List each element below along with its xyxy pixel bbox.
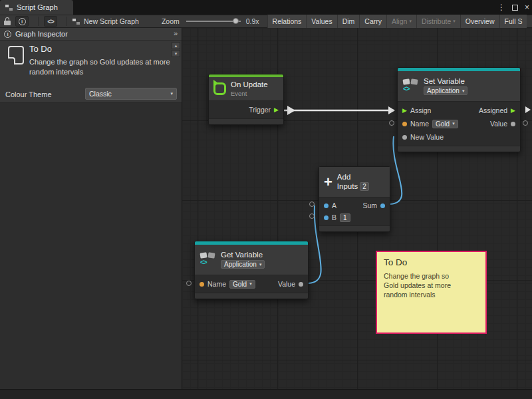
zoom-value: 0.9x — [246, 17, 259, 25]
graph-inspector-header[interactable]: i Graph Inspector » — [0, 28, 182, 41]
node-footer — [209, 118, 283, 124]
toolbar-button-distribute[interactable]: Distribute▾ — [416, 15, 460, 28]
toolbar-button-values[interactable]: Values — [306, 15, 336, 28]
assigned-port-label: Assigned — [479, 106, 507, 114]
dock-icon[interactable]: » — [174, 29, 178, 37]
zoom-slider[interactable] — [186, 17, 241, 26]
name-port-label: Name — [410, 120, 429, 128]
connection-arrowhead-icon — [388, 106, 395, 114]
maximize-icon[interactable] — [512, 5, 518, 11]
node-title: Add — [337, 173, 369, 181]
add-a-outer-port[interactable] — [309, 201, 315, 207]
node-title: On Update — [231, 80, 268, 88]
tab-title: Script Graph — [17, 3, 58, 11]
assigned-output-port[interactable]: ▶ — [511, 108, 515, 114]
zoom-label: Zoom — [162, 17, 180, 25]
value-output-port[interactable] — [511, 122, 515, 126]
assign-port-label: Assign — [410, 106, 432, 114]
code-icon: <> — [47, 18, 54, 25]
new-value-port-label: New Value — [410, 133, 444, 141]
assign-input-port[interactable]: ▶ — [402, 108, 407, 114]
set-name-outer-port[interactable] — [389, 120, 394, 126]
value-port-label: Value — [278, 280, 295, 288]
graph-canvas[interactable]: On Update Event Trigger ▶ <> Set Variabl… — [182, 28, 532, 389]
scroll-up-icon[interactable]: ▴ — [172, 42, 180, 49]
node-add[interactable]: + Add Inputs2 A Sum — [319, 166, 390, 232]
a-input-port[interactable] — [324, 203, 329, 208]
scroll-down-icon[interactable]: ▾ — [172, 50, 180, 57]
trigger-output-port[interactable]: ▶ — [274, 107, 279, 113]
add-header[interactable]: + Add Inputs2 — [319, 167, 390, 198]
zoom-slider-thumb[interactable] — [233, 18, 239, 24]
toolbar-button-fullscreen[interactable]: Full S — [499, 15, 527, 28]
trigger-port-label: Trigger — [249, 106, 271, 114]
variable-scope-dropdown[interactable]: Application ▾ — [221, 260, 265, 269]
node-subtitle: Event — [231, 90, 268, 97]
toolbar-button-align[interactable]: Align▾ — [386, 15, 416, 28]
on-update-header[interactable]: On Update Event — [209, 77, 283, 101]
inputs-count-stepper[interactable]: 2 — [360, 182, 369, 191]
code-view-button[interactable]: <> — [44, 16, 57, 27]
value-output-port[interactable] — [299, 282, 303, 287]
get-name-outer-port[interactable] — [186, 281, 192, 286]
chevron-down-icon: ▾ — [452, 121, 455, 126]
window-controls: ⋮ × — [497, 0, 529, 15]
variable-name-dropdown[interactable]: Gold ▾ — [432, 120, 458, 128]
node-body: ▶ Assign Assigned ▶ Name Gold ▾ — [398, 102, 520, 146]
plus-icon: + — [324, 176, 332, 189]
graph-inspector-panel: i Graph Inspector » ▴ ▾ To Do Change the… — [0, 28, 182, 389]
connection-arrow-icon — [287, 106, 295, 115]
new-script-graph-label: New Script Graph — [84, 17, 139, 25]
tab-script-graph[interactable]: Script Graph — [0, 0, 73, 15]
node-footer — [398, 146, 520, 152]
inspector-scrollbar: ▴ ▾ — [172, 42, 180, 57]
b-value-field[interactable]: 1 — [340, 213, 350, 222]
sum-output-port[interactable] — [380, 203, 385, 208]
chevron-down-icon: ▾ — [409, 19, 412, 24]
toolbar-button-carry[interactable]: Carry — [359, 15, 386, 28]
colour-theme-label: Colour Theme — [5, 90, 52, 98]
window-tab-bar: Script Graph ⋮ × — [0, 0, 532, 15]
toolbar-button-relations[interactable]: Relations — [267, 15, 307, 28]
get-variable-header[interactable]: <> Get Variable Application ▾ — [195, 245, 308, 275]
toolbar-button-overview[interactable]: Overview — [460, 15, 499, 28]
variable-icon: <> — [200, 253, 216, 267]
node-set-variable[interactable]: <> Set Variable Application ▾ ▶ Assign A… — [397, 67, 521, 152]
update-loop-icon — [213, 82, 226, 95]
colour-theme-dropdown[interactable]: Classic ▾ — [85, 88, 177, 100]
node-title: Set Variable — [424, 77, 467, 85]
inspector-toggle-button[interactable]: i — [15, 16, 29, 27]
new-script-graph-button[interactable]: New Script Graph — [72, 17, 139, 25]
add-b-outer-port[interactable] — [309, 213, 315, 219]
node-get-variable[interactable]: <> Get Variable Application ▾ Name Gold … — [194, 241, 309, 299]
variable-scope-dropdown[interactable]: Application ▾ — [424, 86, 467, 95]
variable-name-dropdown[interactable]: Gold ▾ — [229, 280, 255, 289]
inspector-todo-title: To Do — [29, 44, 52, 54]
graph-inspector-content: i Graph Inspector » ▴ ▾ To Do Change the… — [0, 28, 182, 103]
chevron-down-icon: ▾ — [259, 262, 262, 267]
b-input-port[interactable] — [324, 215, 329, 220]
close-icon[interactable]: × — [525, 0, 529, 15]
variable-icon: <> — [402, 79, 419, 94]
toolbar-button-group: Relations Values Dim Carry Align▾ Distri… — [267, 15, 527, 28]
new-value-input-port[interactable] — [402, 135, 407, 140]
toolbar-button-dim[interactable]: Dim — [337, 15, 360, 28]
lock-icon[interactable] — [4, 17, 11, 25]
set-value-outer-port[interactable] — [523, 120, 528, 126]
set-variable-header[interactable]: <> Set Variable Application ▾ — [398, 71, 520, 102]
node-body: Trigger ▶ — [209, 101, 283, 118]
sticky-note-title: To Do — [384, 257, 479, 267]
toolbar-divider — [66, 17, 67, 26]
name-input-port[interactable] — [200, 282, 204, 287]
sticky-note[interactable]: To Do Change the graph so Gold updates a… — [376, 251, 487, 334]
info-icon: i — [19, 18, 26, 25]
toolbar-divider — [38, 17, 39, 26]
node-on-update[interactable]: On Update Event Trigger ▶ — [208, 74, 284, 125]
node-footer — [319, 225, 390, 231]
name-input-port[interactable] — [402, 122, 407, 126]
colour-theme-value: Classic — [89, 90, 112, 98]
node-body: Name Gold ▾ Value — [195, 275, 308, 293]
kebab-menu-icon[interactable]: ⋮ — [497, 0, 505, 15]
value-port-label: Value — [490, 120, 507, 128]
status-bar — [0, 389, 532, 399]
